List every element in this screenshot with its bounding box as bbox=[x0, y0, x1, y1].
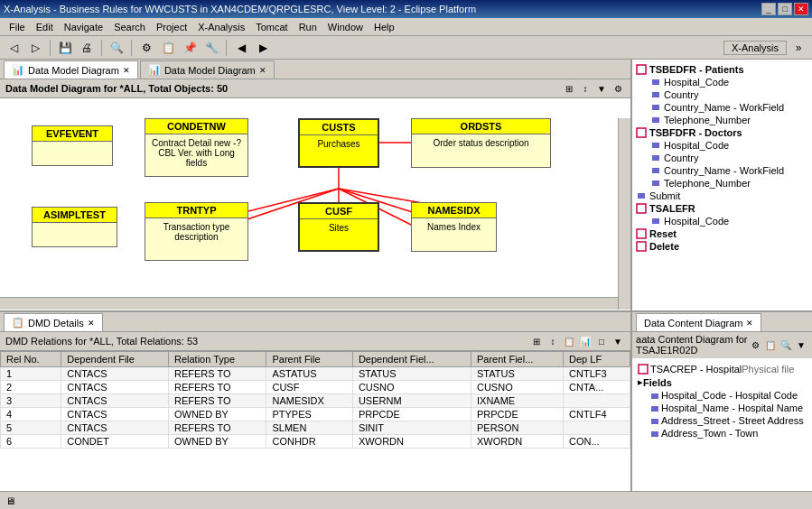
tree-item[interactable]: TSBEDFR - Patients bbox=[636, 63, 808, 76]
diag-btn2[interactable]: ↕ bbox=[578, 81, 593, 96]
tree-item[interactable]: Telephone_Number bbox=[636, 114, 808, 126]
table-row[interactable]: 1CNTACSREFERS TOASTATUSSTATUSSTATUSCNTLF… bbox=[1, 367, 630, 381]
dcd-tree-item[interactable]: TSACREP - Hospital Physical file bbox=[636, 362, 808, 375]
dcd-btn3[interactable]: 🔍 bbox=[779, 338, 793, 352]
col-reltype[interactable]: Relation Type bbox=[168, 352, 266, 367]
field-icon bbox=[650, 390, 661, 401]
tb-save[interactable]: 💾 bbox=[55, 38, 75, 58]
table-row[interactable]: 3CNTACSREFERS TONAMESIDXUSERNMIXNAME bbox=[1, 394, 630, 408]
minimize-button[interactable]: _ bbox=[761, 3, 776, 15]
col-parentfile[interactable]: Parent File bbox=[266, 352, 352, 367]
menu-help[interactable]: Help bbox=[369, 20, 400, 34]
table-row[interactable]: 5CNTACSREFERS TOSLMENSINITPERSON bbox=[1, 421, 630, 435]
tb-btn3[interactable]: 📌 bbox=[180, 38, 200, 58]
tab-close-2[interactable]: ✕ bbox=[259, 66, 266, 75]
dcd-tab-close[interactable]: ✕ bbox=[746, 319, 753, 328]
tb-print[interactable]: 🖨 bbox=[77, 38, 97, 58]
xanalysis-button[interactable]: X-Analysis bbox=[723, 41, 787, 55]
diag-btn3[interactable]: ▼ bbox=[594, 81, 609, 96]
scrollbar-h[interactable] bbox=[0, 297, 618, 310]
dcd-tree-item[interactable]: Address_Street - Street Address bbox=[636, 414, 808, 427]
menu-edit[interactable]: Edit bbox=[31, 20, 59, 34]
dcd-tree-item[interactable]: Hospital_Name - Hospital Name bbox=[636, 402, 808, 414]
tree-item[interactable]: Country bbox=[636, 152, 808, 164]
entity-CUSTS[interactable]: CUSTS Purchases bbox=[298, 118, 379, 168]
tree-item[interactable]: Delete bbox=[636, 240, 808, 253]
col-deplf[interactable]: Dep LF bbox=[564, 352, 630, 367]
menu-tomcat[interactable]: Tomcat bbox=[250, 20, 293, 34]
tree-item[interactable]: Hospital_Code bbox=[636, 139, 808, 152]
tree-item[interactable]: Reset bbox=[636, 227, 808, 240]
dcd-tree-item[interactable]: Hospital_Code - Hospital Code bbox=[636, 389, 808, 402]
tab-dmd1[interactable]: 📊 Data Model Diagram ✕ bbox=[4, 60, 138, 79]
entity-CUSF[interactable]: CUSF Sites bbox=[298, 202, 379, 252]
tab-dcd[interactable]: Data Content Diagram ✕ bbox=[636, 313, 761, 331]
col-parentfield[interactable]: Parent Fiel... bbox=[471, 352, 563, 367]
tree-item[interactable]: Country bbox=[636, 88, 808, 101]
menu-xanalysis[interactable]: X-Analysis bbox=[192, 20, 250, 34]
menu-search[interactable]: Search bbox=[108, 20, 151, 34]
tree-item[interactable]: TSBFDFR - Doctors bbox=[636, 126, 808, 139]
entity-TRNTYP[interactable]: TRNTYP Transaction typedescription bbox=[145, 202, 248, 261]
tree-item[interactable]: TSALEFR bbox=[636, 202, 808, 215]
col-relno[interactable]: Rel No. bbox=[1, 352, 61, 367]
menu-run[interactable]: Run bbox=[294, 20, 322, 34]
entity-NAMESIDX[interactable]: NAMESIDX Names Index bbox=[411, 202, 497, 252]
diag-btn1[interactable]: ⊞ bbox=[562, 81, 576, 96]
tab-icon2: 📊 bbox=[148, 64, 161, 76]
entity-ASIMPLTEST[interactable]: ASIMPLTEST bbox=[32, 207, 117, 247]
dmd-btn3[interactable]: 📋 bbox=[562, 334, 576, 348]
tab-dmd-details[interactable]: 📋 DMD Details ✕ bbox=[4, 313, 103, 331]
dcd-tree-item[interactable]: ▸ Fields bbox=[636, 375, 808, 389]
dmd-btn6[interactable]: ▼ bbox=[611, 334, 625, 348]
tree-item[interactable]: Country_Name - WorkField bbox=[636, 164, 808, 177]
diag-btn4[interactable]: ⚙ bbox=[611, 81, 625, 96]
tree-item[interactable]: Hospital_Code bbox=[636, 76, 808, 88]
menu-window[interactable]: Window bbox=[322, 20, 369, 34]
menu-navigate[interactable]: Navigate bbox=[59, 20, 108, 34]
table-row[interactable]: 2CNTACSREFERS TOCUSFCUSNOCUSNOCNTA... bbox=[1, 381, 630, 394]
tree-item[interactable]: Telephone_Number bbox=[636, 177, 808, 190]
tb-back[interactable]: ◁ bbox=[4, 38, 23, 58]
title-controls: _ □ ✕ bbox=[761, 3, 808, 15]
table-row[interactable]: 6CONDETOWNED BYCONHDRXWORDNXWORDNCON... bbox=[1, 435, 630, 449]
table-row[interactable]: 4CNTACSOWNED BYPTYPESPRPCDEPRPCDECNTLF4 bbox=[1, 408, 630, 421]
dmd-btn5[interactable]: □ bbox=[594, 334, 609, 348]
dmd-btn2[interactable]: ↕ bbox=[546, 334, 560, 348]
tb-btn6[interactable]: ▶ bbox=[253, 38, 273, 58]
tab-dmd2[interactable]: 📊 Data Model Diagram ✕ bbox=[140, 60, 275, 79]
tree-item[interactable]: Submit bbox=[636, 190, 808, 202]
tree-item[interactable]: Country_Name - WorkField bbox=[636, 101, 808, 114]
dmd-tab-close[interactable]: ✕ bbox=[88, 319, 95, 328]
tb-arrow[interactable]: » bbox=[789, 38, 808, 58]
scrollbar-v[interactable] bbox=[618, 118, 630, 310]
tb-btn4[interactable]: 🔧 bbox=[201, 38, 221, 58]
dcd-btn4[interactable]: ▼ bbox=[794, 338, 808, 352]
tb-btn2[interactable]: 📋 bbox=[158, 38, 178, 58]
tb-btn1[interactable]: ⚙ bbox=[136, 38, 156, 58]
svg-rect-12 bbox=[652, 117, 659, 123]
dcd-btn1[interactable]: ⚙ bbox=[748, 338, 762, 352]
entity-CONDETNW[interactable]: CONDETNW Contract Detail new -?CBL Ver. … bbox=[145, 118, 248, 177]
dmd-btn1[interactable]: ⊞ bbox=[529, 334, 544, 348]
menu-file[interactable]: File bbox=[4, 20, 31, 34]
tree-item[interactable]: Hospital_Code bbox=[636, 215, 808, 227]
maximize-button[interactable]: □ bbox=[778, 3, 792, 15]
entity-EVFEVENT[interactable]: EVFEVENT bbox=[32, 125, 113, 166]
close-button[interactable]: ✕ bbox=[794, 3, 808, 15]
tab-close-1[interactable]: ✕ bbox=[123, 66, 130, 75]
tab-label: Data Model Diagram bbox=[28, 65, 119, 76]
dcd-btn2[interactable]: 📋 bbox=[763, 338, 778, 352]
left-panel: 📊 Data Model Diagram ✕ 📊 Data Model Diag… bbox=[0, 60, 631, 491]
dmd-btn4[interactable]: 📊 bbox=[578, 334, 593, 348]
tb-forward[interactable]: ▷ bbox=[25, 38, 45, 58]
dcd-tree-item[interactable]: Address_Town - Town bbox=[636, 427, 808, 440]
svg-rect-24 bbox=[651, 393, 658, 399]
entity-ORDSTS[interactable]: ORDSTS Order status description bbox=[411, 118, 551, 168]
menu-project[interactable]: Project bbox=[151, 20, 192, 34]
tb-search[interactable]: 🔍 bbox=[107, 38, 126, 58]
col-depfile[interactable]: Dependent File bbox=[61, 352, 169, 367]
entity-body-ORDSTS: Order status description bbox=[412, 134, 550, 152]
col-depfield[interactable]: Dependent Fiel... bbox=[352, 352, 471, 367]
tb-btn5[interactable]: ◀ bbox=[231, 38, 251, 58]
